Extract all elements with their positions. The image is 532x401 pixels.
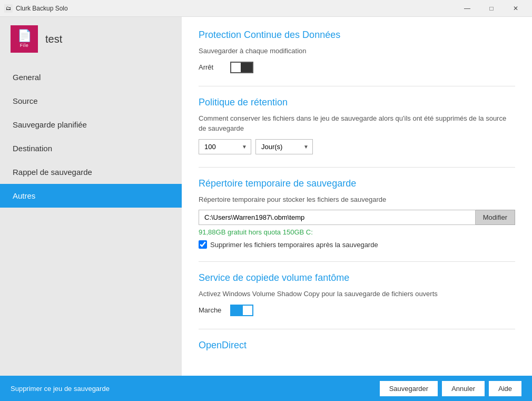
pcd-toggle-switch[interactable] [230, 62, 253, 73]
bottom-bar: Supprimer ce jeu de sauvegarde Sauvegard… [0, 376, 532, 401]
sidebar-item-autres[interactable]: Autres [0, 184, 182, 208]
temp-title: Répertoire temporaire de sauvegarde [199, 178, 515, 189]
retention-unit-select[interactable]: Jour(s) Semaine(s) Mois [255, 139, 313, 154]
delete-backup-set-link[interactable]: Supprimer ce jeu de sauvegarde [11, 385, 376, 393]
opendirect-title: OpenDirect [199, 340, 515, 351]
modifier-button[interactable]: Modifier [476, 210, 515, 225]
retention-value-select[interactable]: 100 1 5 10 30 50 200 [199, 139, 251, 154]
section-temp: Répertoire temporaire de sauvegarde Répe… [199, 178, 515, 249]
sidebar-header: 📄 File test [0, 17, 182, 61]
vss-toggle-switch[interactable] [230, 305, 253, 316]
temp-dir-row: Modifier [199, 210, 515, 225]
save-button[interactable]: Sauvegarder [380, 381, 438, 396]
vss-toggle-label: Marche [199, 306, 225, 314]
delete-temp-row: Supprimer les fichiers temporaires après… [199, 240, 515, 249]
vss-title: Service de copiede volume fantôme [199, 272, 515, 283]
pcd-toggle-knob [231, 63, 241, 72]
retention-value-wrapper: 100 1 5 10 30 50 200 ▼ [199, 139, 251, 154]
pcd-desc: Sauvegarder à chaque modification [199, 46, 515, 56]
sidebar-item-source[interactable]: Source [0, 89, 182, 113]
free-space-text: 91,88GB gratuit hors quota 150GB C: [199, 228, 515, 236]
divider-4 [199, 329, 515, 329]
delete-temp-label[interactable]: Supprimer les fichiers temporaires après… [210, 241, 378, 249]
pcd-toggle-row: Arrêt [199, 62, 515, 73]
content-area[interactable]: Protection Continue des Données Sauvegar… [182, 17, 532, 376]
main-container: 📄 File test General Source Sauvegarde pl… [0, 17, 532, 376]
sidebar: 📄 File test General Source Sauvegarde pl… [0, 17, 182, 376]
project-name: test [45, 33, 62, 45]
help-button[interactable]: Aide [489, 381, 521, 396]
app-icon: 🗂 [4, 4, 13, 13]
section-vss: Service de copiede volume fantôme Active… [199, 272, 515, 316]
section-opendirect: OpenDirect [199, 340, 515, 351]
divider-1 [199, 86, 515, 86]
divider-2 [199, 167, 515, 168]
sidebar-nav: General Source Sauvegarde planifiée Dest… [0, 65, 182, 208]
maximize-button[interactable]: □ [479, 0, 504, 17]
temp-dir-input[interactable] [199, 210, 476, 225]
vss-desc: Activez Windows Volume Shadow Copy pour … [199, 289, 515, 299]
sidebar-item-schedule[interactable]: Sauvegarde planifiée [0, 113, 182, 136]
vss-toggle-row: Marche [199, 305, 515, 316]
section-retention: Politique de rétention Comment conserver… [199, 97, 515, 154]
window-controls: — □ ✕ [455, 0, 528, 17]
divider-3 [199, 261, 515, 262]
retention-title: Politique de rétention [199, 97, 515, 108]
app-title: Clurk Backup Solo [16, 5, 455, 12]
sidebar-item-reminder[interactable]: Rappel de sauvegarde [0, 160, 182, 184]
file-doc-icon: 📄 [17, 30, 32, 42]
delete-temp-checkbox[interactable] [199, 240, 207, 249]
temp-desc: Répertoire temporaire pour stocker les f… [199, 194, 515, 205]
titlebar: 🗂 Clurk Backup Solo — □ ✕ [0, 0, 532, 17]
retention-desc: Comment conserver les fichiers dans le j… [199, 113, 515, 134]
pcd-toggle-label: Arrêt [199, 63, 225, 71]
section-pcd: Protection Continue des Données Sauvegar… [199, 30, 515, 73]
minimize-button[interactable]: — [455, 0, 479, 17]
file-icon-label: File [20, 43, 29, 48]
sidebar-item-destination[interactable]: Destination [0, 136, 182, 160]
retention-unit-wrapper: Jour(s) Semaine(s) Mois ▼ [255, 139, 313, 154]
pcd-title: Protection Continue des Données [199, 30, 515, 41]
cancel-button[interactable]: Annuler [442, 381, 485, 396]
project-icon: 📄 File [11, 25, 38, 53]
sidebar-item-general[interactable]: General [0, 65, 182, 89]
close-button[interactable]: ✕ [504, 0, 528, 17]
retention-dropdowns: 100 1 5 10 30 50 200 ▼ Jour(s) Semaine(s… [199, 139, 515, 154]
vss-toggle-knob [243, 306, 252, 315]
